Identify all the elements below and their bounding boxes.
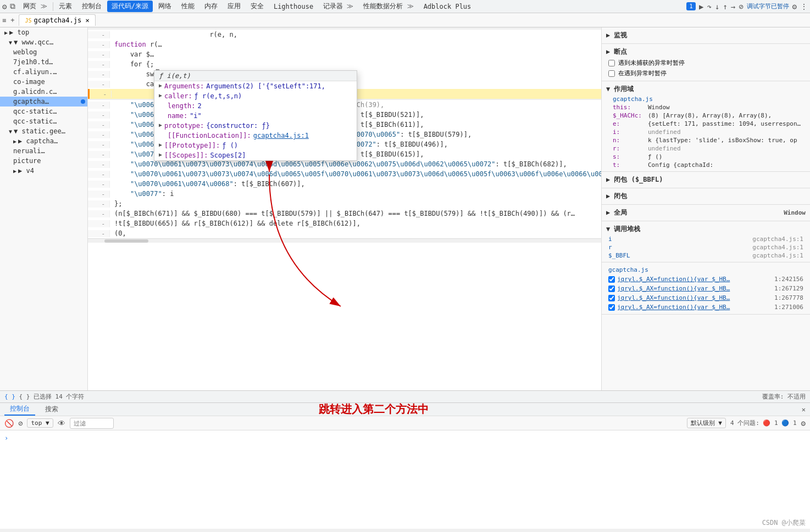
- step-over-icon[interactable]: ↷: [707, 2, 711, 11]
- sidebar-item-static[interactable]: ▼ ▼ static.gee…: [0, 126, 87, 136]
- prop-name: caller:: [164, 92, 192, 100]
- prop-name: length:: [168, 102, 196, 110]
- expand-icon[interactable]: ▶: [159, 142, 162, 148]
- menu-memory[interactable]: 内存: [200, 1, 222, 12]
- sidebar-item-co-image[interactable]: co-image: [0, 77, 87, 87]
- menu-webpage[interactable]: 网页 ≫: [19, 1, 51, 12]
- line-number: -: [88, 51, 110, 58]
- script-cb-2[interactable]: [608, 295, 615, 301]
- watch-title[interactable]: ▶ 监视: [606, 30, 806, 41]
- sidebar-item-7je[interactable]: 7je1h0.td…: [0, 57, 87, 67]
- scope-title[interactable]: ▼ 作用域: [606, 83, 806, 95]
- console-prompt: ›: [4, 433, 806, 444]
- deactivate-icon[interactable]: ⊘: [739, 2, 743, 11]
- sidebar-label: g.alicdn.c…: [13, 88, 57, 96]
- script-cb-1[interactable]: [608, 285, 615, 292]
- sidebar-item-cf[interactable]: cf.aliyun.…: [0, 67, 87, 77]
- line-number: -: [88, 141, 110, 148]
- line-content: (0,: [110, 229, 126, 237]
- menu-security[interactable]: 安全: [246, 1, 268, 12]
- script-name-0[interactable]: jqryl.$_AX=function(){var $_HB…: [617, 276, 730, 283]
- menu-performance[interactable]: 性能: [177, 1, 199, 12]
- eye-icon[interactable]: 👁: [58, 419, 65, 428]
- menu-console[interactable]: 控制台: [77, 1, 106, 12]
- uncaught-exception-checkbox[interactable]: [608, 60, 615, 66]
- sidebar-item-top[interactable]: ▶ ▶ top: [0, 27, 87, 37]
- console-toolbar: 🚫 ⊘ top ▼ 👁 默认级别 ▼ 4 个问题: 🔴 1 🔵 1 ⚙: [0, 416, 810, 430]
- horizontal-scrollbar[interactable]: [88, 238, 601, 243]
- global-title[interactable]: ▶ 全局 Window: [606, 207, 806, 219]
- console-settings-icon[interactable]: ⚙: [801, 419, 806, 428]
- script-cb-0[interactable]: [608, 276, 615, 283]
- scrollbar-thumb[interactable]: [104, 239, 148, 243]
- play-icon[interactable]: ▶: [699, 2, 703, 11]
- tab-console[interactable]: 控制台: [4, 403, 35, 416]
- step-icon[interactable]: →: [731, 2, 735, 11]
- sidebar-item-g-alicdn[interactable]: g.alicdn.c…: [0, 87, 87, 97]
- menu-adblock[interactable]: Adblock Plus: [419, 2, 476, 12]
- console-input[interactable]: [10, 434, 806, 442]
- menu-sources[interactable]: 源代码/来源: [107, 1, 153, 12]
- scripts-filename: gcaptcha.js: [608, 266, 648, 273]
- sidebar-item-picture[interactable]: picture: [0, 156, 87, 166]
- sidebar-item-qcc-static2[interactable]: qcc-static…: [0, 116, 87, 126]
- sidebar-item-www[interactable]: ▼ ▼ www.qcc…: [0, 37, 87, 47]
- settings-icon[interactable]: ⚙: [792, 2, 797, 11]
- pause-on-exception-icon[interactable]: ⊘: [18, 419, 23, 428]
- tab-search[interactable]: 搜索: [40, 404, 64, 415]
- sidebar-item-v4[interactable]: ▶ ▶ v4: [0, 166, 87, 176]
- file-tab-gcaptcha[interactable]: JS gcaptcha4.js ✕: [19, 14, 95, 26]
- sidebar-item-qcc-static1[interactable]: qcc-static…: [0, 107, 87, 116]
- script-name-1[interactable]: jqryl.$_AX=function(){var $_HB…: [617, 285, 730, 292]
- devtools-icon2: ⧉: [10, 2, 15, 11]
- log-level-select[interactable]: 默认级别 ▼: [687, 418, 726, 428]
- menu-perf-insights[interactable]: 性能数据分析 ≫: [359, 1, 418, 12]
- breakpoints-title[interactable]: ▶ 断点: [606, 46, 806, 58]
- closure-section: ▶ 闭包: [602, 188, 810, 205]
- caught-exception-checkbox[interactable]: [608, 70, 615, 77]
- menu-application[interactable]: 应用: [223, 1, 245, 12]
- sidebar-item-nerual[interactable]: neruali…: [0, 146, 87, 156]
- step-out-icon[interactable]: ↑: [723, 2, 727, 11]
- expand-icon[interactable]: ▶: [159, 92, 162, 98]
- menu-network[interactable]: 网络: [154, 1, 176, 12]
- sidebar-item-weblog[interactable]: weblog: [0, 47, 87, 57]
- script-name-2[interactable]: jqryl.$_AX=function(){var $_HB…: [617, 294, 730, 301]
- script-entry-2: jqryl.$_AX=function(){var $_HB… 1:267778: [606, 293, 806, 303]
- function-location-link[interactable]: gcaptcha4.js:1: [253, 132, 309, 139]
- more-icon[interactable]: ⋮: [800, 2, 808, 11]
- call-stack-entry-i: i gcaptcha4.js:1: [606, 235, 806, 243]
- closure-title[interactable]: ▶ 闭包: [606, 191, 806, 202]
- console-close-btn[interactable]: ✕: [802, 406, 806, 413]
- menu-elements[interactable]: 元素: [54, 1, 76, 12]
- call-stack-title[interactable]: ▼ 调用堆栈: [606, 223, 806, 235]
- sidebar-item-captcha[interactable]: ▶ ▶ captcha…: [0, 136, 87, 146]
- sidebar-label: ▶ top: [9, 29, 29, 36]
- sidebar-label: ▶ captcha…: [18, 137, 58, 145]
- script-entry-0: jqryl.$_AX=function(){var $_HB… 1:242156: [606, 275, 806, 284]
- expand-icon[interactable]: ▶: [159, 152, 162, 158]
- script-cb-3[interactable]: [608, 304, 615, 311]
- top-context-select[interactable]: top ▼: [27, 418, 53, 428]
- sidebar-item-gcaptcha[interactable]: gcaptcha…: [0, 97, 87, 107]
- expand-icon[interactable]: ▶: [159, 122, 162, 128]
- menu-recorder[interactable]: 记录器 ≫: [319, 1, 358, 12]
- closure-bbfl-title[interactable]: ▶ 闭包 ($_BBFL): [606, 174, 806, 186]
- expand-icon[interactable]: ▶: [159, 82, 162, 88]
- code-line: - };: [88, 199, 601, 209]
- console-content-area[interactable]: ›: [0, 430, 810, 529]
- new-tab-icon[interactable]: +: [10, 16, 14, 24]
- caught-exception-row: 在遇到异常时暂停: [606, 68, 806, 79]
- step-into-icon[interactable]: ↓: [715, 2, 719, 11]
- code-line: - "\u0077": i: [88, 189, 601, 199]
- file-tree-icon[interactable]: ≡: [2, 16, 6, 24]
- tooltip-row-name: name: "i": [154, 111, 357, 121]
- console-filter-input[interactable]: [70, 418, 114, 429]
- scripts-file: gcaptcha.js: [606, 265, 806, 275]
- menu-lighthouse[interactable]: Lighthouse: [269, 2, 318, 12]
- script-name-3[interactable]: jqryl.$_AX=function(){var $_HB…: [617, 304, 730, 311]
- prop-value: "i": [190, 112, 202, 120]
- scope-t-val: Config {captchaId:: [648, 161, 713, 169]
- clear-console-icon[interactable]: 🚫: [4, 419, 14, 428]
- call-stack-label: ▼ 调用堆栈: [606, 225, 640, 234]
